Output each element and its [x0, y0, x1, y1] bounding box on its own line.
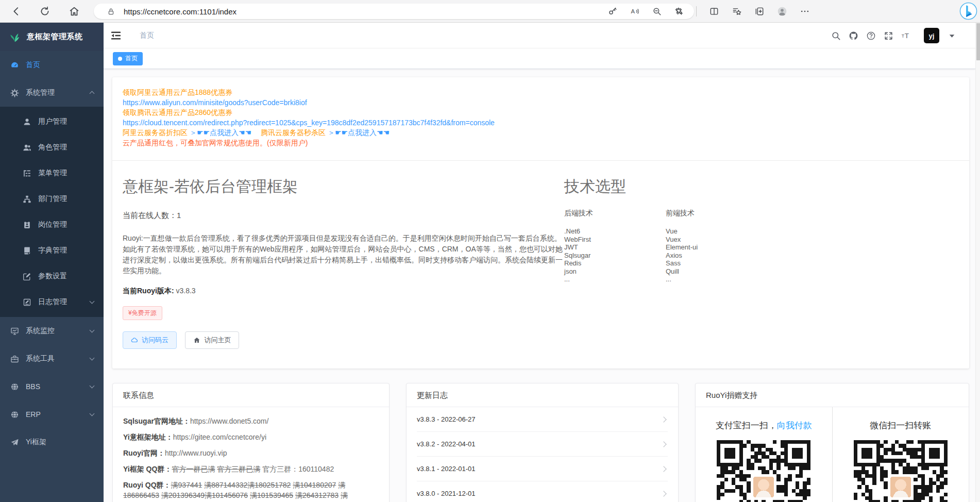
browser-home-icon[interactable]: [69, 6, 80, 17]
sidebar-item-dict-manage[interactable]: 字典管理: [0, 238, 104, 263]
contact-value: 官方三群：160110482: [260, 465, 334, 473]
profile-icon[interactable]: [777, 6, 787, 16]
sidebar-item-label: 用户管理: [38, 117, 67, 126]
sidebar-item-home[interactable]: 首页: [0, 51, 104, 79]
app-logo[interactable]: 意框架管理系统: [0, 23, 104, 51]
app-header: 首页 TTyj: [104, 23, 975, 48]
contact-value-struck: 满201396349: [161, 491, 205, 499]
contact-value-struck: 满180251782: [247, 481, 291, 489]
notice-link[interactable]: ＞☛☛点我进入☚☚: [190, 128, 251, 137]
version-value: v3.8.3: [176, 287, 195, 295]
bing-copilot-icon[interactable]: [959, 2, 977, 20]
frontend-tech-item: Sass: [666, 259, 698, 267]
donation-card: RuoYi捐赠支持 支付宝扫一扫，向我付款 微信扫一扫转账: [695, 383, 969, 502]
caret-down-icon[interactable]: [947, 31, 957, 41]
backend-tech-item: .Net6: [564, 227, 666, 236]
contact-value: http://www.ruoyi.vip: [165, 449, 227, 457]
header-icons: TTyj: [831, 23, 957, 48]
chevron-right-icon: [661, 491, 666, 496]
notice-line[interactable]: https://cloud.tencent.com/redirect.php?r…: [123, 118, 954, 128]
breadcrumb[interactable]: 首页: [140, 31, 154, 40]
lock-icon[interactable]: [107, 8, 115, 15]
contact-row-label: Yi意框架地址：: [123, 433, 173, 441]
more-icon[interactable]: [800, 6, 810, 16]
sidebar-item-dept-manage[interactable]: 部门管理: [0, 186, 104, 212]
sidebar-item-bbs[interactable]: BBS: [0, 373, 104, 400]
search-icon[interactable]: [831, 31, 841, 41]
sidebar-fold-icon[interactable]: [110, 29, 122, 42]
log-icon: [23, 298, 31, 307]
sidebar-item-role-manage[interactable]: 角色管理: [0, 135, 104, 160]
sidebar-item-erp[interactable]: ERP: [0, 400, 104, 428]
tech-stack-title: 技术选型: [564, 176, 956, 197]
contact-value-struck: 满937441: [171, 481, 202, 489]
changelog-row[interactable]: v3.8.3 - 2022-06-27: [417, 407, 668, 432]
changelog-row[interactable]: v3.8.2 - 2022-04-01: [417, 432, 668, 457]
sidebar-item-label: 角色管理: [38, 143, 67, 152]
sidebar-item-user-manage[interactable]: 用户管理: [0, 109, 104, 135]
url-text[interactable]: https://ccnetcore.com:1101/index: [124, 7, 608, 16]
gear-icon: [10, 89, 19, 97]
tab-home[interactable]: 首页: [113, 52, 143, 65]
wechat-panel: 微信扫一扫转账: [833, 407, 969, 502]
sidebar-item-yi-framework[interactable]: Yi框架: [0, 428, 104, 456]
github-icon[interactable]: [849, 31, 858, 41]
split-screen-icon[interactable]: [709, 6, 719, 16]
chevron-down-icon: [90, 383, 95, 389]
toolbox-icon: [10, 355, 19, 363]
notice-line: 云产品通用红包，可叠加官网常规优惠使用。(仅限新用户): [123, 138, 954, 148]
chevron-down-icon: [90, 411, 95, 416]
alipay-pay-link[interactable]: 向我付款: [777, 421, 812, 430]
visit-homepage-button[interactable]: 访问主页: [185, 331, 239, 349]
contact-value-struck: 满264312783: [295, 491, 339, 499]
address-bar[interactable]: https://ccnetcore.com:1101/index A: [94, 4, 694, 19]
visit-gitee-button[interactable]: 访问码云: [123, 331, 177, 349]
notice-line[interactable]: https://www.aliyun.com/minisite/goods?us…: [123, 98, 954, 108]
chevron-up-icon: [90, 91, 95, 96]
sidebar-item-label: 部门管理: [38, 194, 67, 204]
sidebar-item-param-settings[interactable]: 参数设置: [0, 263, 104, 289]
visit-homepage-label: 访问主页: [204, 336, 231, 345]
wechat-qr-code: [854, 440, 948, 502]
browser-scrollbar[interactable]: [975, 23, 980, 502]
favorites-icon[interactable]: [732, 6, 742, 16]
browser-back-icon[interactable]: [11, 6, 22, 17]
notice-block: 领取阿里云通用云产品1888优惠券https://www.aliyun.com/…: [112, 77, 969, 160]
cloud-icon: [131, 337, 138, 344]
chevron-down-icon: [90, 328, 95, 333]
frontend-tech-column: 前端技术 VueVuexElement-uiAxiosSassQuill...: [666, 209, 698, 283]
monitor-icon: [10, 327, 19, 336]
user-avatar[interactable]: yj: [924, 28, 939, 43]
sidebar-item-log-manage[interactable]: 日志管理: [0, 289, 104, 315]
alipay-panel: 支付宝扫一扫，向我付款: [696, 407, 833, 502]
backend-tech-item: JWT: [564, 243, 666, 252]
version-line: 当前Ruoyi版本: v3.8.3: [123, 287, 949, 296]
sidebar-item-label: 系统管理: [26, 88, 55, 97]
font-size-icon[interactable]: TT: [901, 31, 911, 41]
changelog-row[interactable]: v3.8.1 - 2022-01-01: [417, 457, 668, 481]
question-icon[interactable]: [866, 31, 876, 41]
scrollbar-thumb[interactable]: [976, 23, 980, 60]
backend-tech-item: Redis: [564, 259, 666, 267]
sidebar-item-menu-manage[interactable]: 菜单管理: [0, 160, 104, 186]
sidebar-item-system-monitor[interactable]: 系统监控: [0, 317, 104, 345]
contact-value-struck: 满104180207: [293, 481, 336, 489]
browser-refresh-icon[interactable]: [39, 6, 50, 17]
fullscreen-icon[interactable]: [884, 31, 893, 41]
changelog-version-label: v3.8.0 - 2021-12-01: [417, 490, 475, 497]
extensions-icon[interactable]: [673, 6, 684, 16]
sidebar-item-label: 参数设置: [38, 272, 67, 281]
contact-row-label: Sqlsugar官网地址：: [123, 417, 190, 425]
key-icon[interactable]: [608, 7, 617, 16]
changelog-row[interactable]: v3.8.0 - 2021-12-01: [417, 481, 668, 502]
zoom-out-icon[interactable]: [652, 7, 662, 16]
collections-icon[interactable]: [754, 6, 765, 16]
contact-value-struck: 满101456076: [205, 491, 248, 499]
read-aloud-icon[interactable]: A: [630, 7, 639, 16]
sidebar-item-post-manage[interactable]: 岗位管理: [0, 212, 104, 238]
browser-toolbar-icons: [673, 0, 810, 23]
sidebar-item-system-manage[interactable]: 系统管理: [0, 79, 104, 107]
sidebar-item-system-tools[interactable]: 系统工具: [0, 345, 104, 373]
notice-link[interactable]: ＞☛☛点我进入☚☚: [328, 128, 390, 137]
frontend-tech-item: Element-ui: [666, 243, 698, 252]
